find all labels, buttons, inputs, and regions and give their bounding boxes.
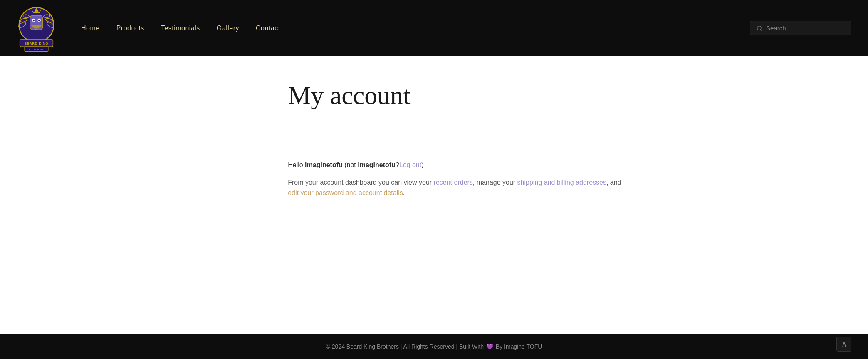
site-footer: © 2024 Beard King Brothers | All Rights …: [0, 334, 868, 359]
nav-contact[interactable]: Contact: [256, 25, 280, 32]
account-description: From your account dashboard you can view…: [288, 177, 621, 198]
username2-display: imaginetofu: [358, 161, 396, 168]
logo-area: BEARD KING BROTHERS: [17, 4, 56, 52]
nav-home[interactable]: Home: [81, 25, 100, 32]
main-content: My account Hello imaginetofu (not imagin…: [0, 56, 868, 334]
username-display: imaginetofu: [305, 161, 343, 168]
desc-prefix: From your account dashboard you can view…: [288, 179, 433, 186]
desc-suffix: , and: [606, 179, 621, 186]
imagine-tofu-link[interactable]: Imagine TOFU: [504, 343, 542, 350]
main-nav: Home Products Testimonials Gallery Conta…: [81, 25, 750, 32]
recent-orders-link[interactable]: recent orders: [434, 179, 473, 186]
nav-testimonials[interactable]: Testimonials: [161, 25, 200, 32]
svg-line-18: [761, 30, 762, 31]
scroll-top-icon: ∧: [841, 339, 847, 349]
site-header: BEARD KING BROTHERS Home Products Testim…: [0, 0, 868, 56]
shipping-link[interactable]: shipping and billing addresses: [517, 179, 606, 186]
account-greeting: Hello imaginetofu (not imaginetofu?Log o…: [288, 160, 423, 171]
page-title: My account: [288, 81, 410, 109]
footer-copyright: © 2024 Beard King Brothers | All Rights …: [326, 343, 484, 350]
heart-icon: 💜: [486, 343, 493, 350]
greeting-prefix: Hello: [288, 161, 305, 168]
edit-account-link[interactable]: edit your password and account details: [288, 189, 403, 196]
svg-point-12: [38, 20, 40, 22]
scroll-top-button[interactable]: ∧: [836, 337, 851, 352]
nav-gallery[interactable]: Gallery: [217, 25, 239, 32]
desc-middle: , manage your: [473, 179, 517, 186]
footer-by: By: [496, 343, 502, 350]
svg-text:BROTHERS: BROTHERS: [29, 48, 44, 51]
svg-text:BEARD KING: BEARD KING: [25, 42, 49, 45]
greeting-middle: (not: [343, 161, 358, 168]
search-input[interactable]: [766, 25, 845, 32]
search-area[interactable]: [750, 21, 851, 35]
search-icon: [756, 25, 763, 32]
logout-link[interactable]: Log out: [399, 161, 421, 168]
greeting-suffix: ?: [396, 161, 399, 168]
svg-point-17: [757, 26, 761, 30]
svg-point-11: [33, 20, 35, 22]
footer-text: © 2024 Beard King Brothers | All Rights …: [326, 343, 542, 350]
logout-close: ): [421, 161, 423, 168]
divider: [288, 143, 754, 143]
page-content-area: My account Hello imaginetofu (not imagin…: [271, 56, 770, 232]
logo-icon: BEARD KING BROTHERS: [17, 4, 56, 52]
nav-products[interactable]: Products: [116, 25, 144, 32]
desc-end: .: [403, 189, 405, 196]
